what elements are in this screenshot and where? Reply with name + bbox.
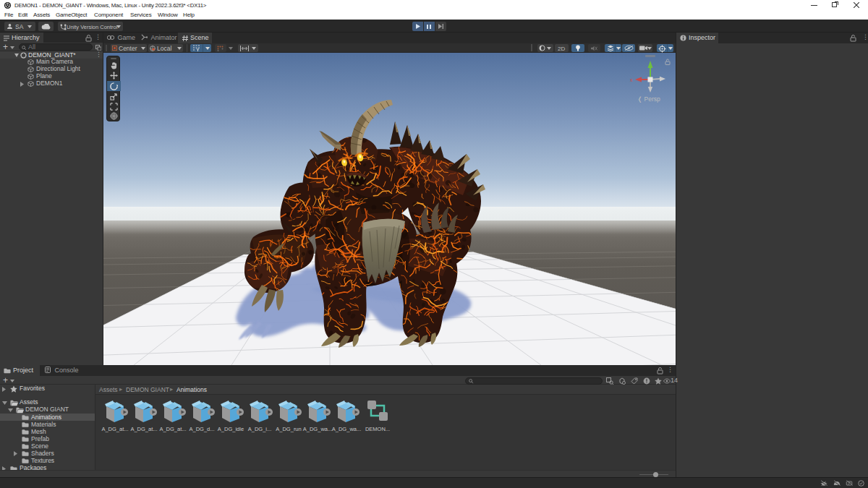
svg-text:x: x <box>630 77 633 82</box>
